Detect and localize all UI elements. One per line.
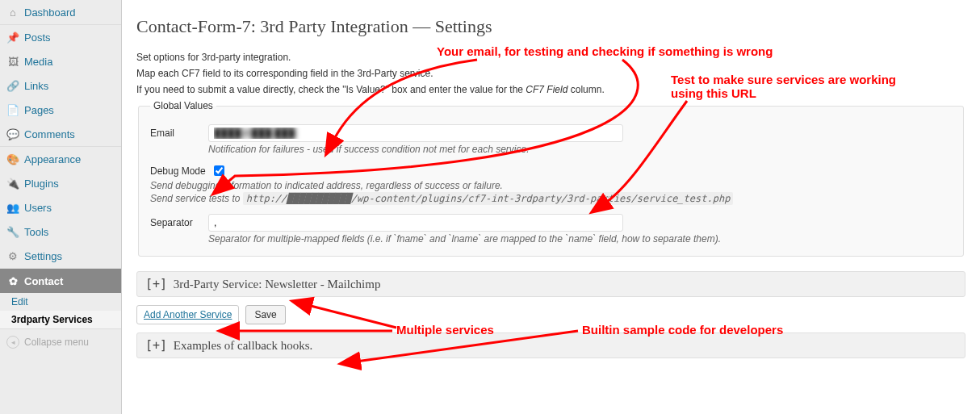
sidebar-label: Comments [24, 128, 75, 140]
email-label: Email [150, 128, 208, 139]
sidebar-label: Posts [24, 31, 51, 44]
tools-icon: 🔧 [6, 225, 19, 238]
sidebar-label: Media [24, 56, 52, 68]
separator-help: Separator for multiple-mapped fields (i.… [208, 233, 952, 245]
sidebar-item-appearance[interactable]: 🎨 Appearance [0, 147, 121, 171]
intro-line-1: Set options for 3rd-party integration. [136, 52, 965, 63]
expand-icon: [+] [145, 277, 167, 291]
examples-bar-title: Examples of callback hooks. [174, 339, 312, 352]
service-bar-title: 3rd-Party Service: Newsletter - Mailchim… [174, 278, 381, 291]
page-icon: 📄 [6, 103, 19, 116]
examples-bar[interactable]: [+] Examples of callback hooks. [136, 332, 965, 358]
home-icon: ⌂ [6, 6, 19, 19]
intro-line-3: If you need to submit a value directly, … [136, 84, 965, 95]
sidebar-label: Appearance [24, 153, 81, 165]
global-values-legend: Global Values [150, 100, 216, 111]
debug-checkbox[interactable] [214, 165, 224, 176]
sidebar-label: Dashboard [24, 6, 76, 19]
sidebar-label: Contact [24, 275, 63, 287]
sidebar-item-media[interactable]: 🖼 Media [0, 49, 121, 73]
pin-icon: 📌 [6, 31, 19, 44]
collapse-menu[interactable]: ◂ Collapse menu [0, 328, 121, 355]
comment-icon: 💬 [6, 128, 19, 140]
link-icon: 🔗 [6, 79, 19, 92]
admin-sidebar: ⌂ Dashboard 📌 Posts 🖼 Media 🔗 Links 📄 Pa… [0, 0, 122, 414]
global-values-fieldset: Global Values Email Notification for fai… [138, 100, 964, 257]
debug-help-1: Send debugging information to indicated … [150, 180, 952, 191]
sidebar-item-links[interactable]: 🔗 Links [0, 73, 121, 98]
sidebar-item-contact[interactable]: ✿ Contact [0, 269, 121, 293]
debug-label: Debug Mode [150, 165, 206, 177]
sidebar-item-users[interactable]: 👥 Users [0, 195, 121, 220]
sidebar-sub-edit[interactable]: Edit [0, 293, 121, 311]
appearance-icon: 🎨 [6, 153, 19, 165]
save-button[interactable]: Save [245, 305, 285, 324]
sidebar-item-dashboard[interactable]: ⌂ Dashboard [0, 0, 121, 24]
expand-icon: [+] [145, 338, 167, 353]
sidebar-item-settings[interactable]: ⚙ Settings [0, 244, 121, 268]
sidebar-item-pages[interactable]: 📄 Pages [0, 98, 121, 122]
email-input[interactable] [208, 124, 623, 142]
sidebar-label: Tools [24, 226, 48, 238]
separator-input[interactable] [208, 214, 623, 232]
media-icon: 🖼 [6, 55, 19, 68]
users-icon: 👥 [6, 201, 19, 214]
intro-line-2: Map each CF7 field to its corresponding … [136, 68, 965, 79]
sidebar-sub-3rdparty[interactable]: 3rdparty Services [0, 311, 121, 328]
debug-help-2: Send service tests to http://███████████… [150, 193, 952, 204]
sidebar-label: Settings [24, 250, 62, 262]
gear-icon: ✿ [6, 274, 19, 287]
plugin-icon: 🔌 [6, 177, 19, 190]
collapse-label: Collapse menu [24, 337, 89, 348]
settings-icon: ⚙ [6, 249, 19, 262]
sidebar-label: Plugins [24, 178, 59, 190]
email-help: Notification for failures - used if succ… [208, 144, 952, 155]
sidebar-item-tools[interactable]: 🔧 Tools [0, 220, 121, 244]
add-service-button[interactable]: Add Another Service [136, 305, 239, 324]
service-bar-mailchimp[interactable]: [+] 3rd-Party Service: Newsletter - Mail… [136, 271, 965, 297]
sidebar-label: Pages [24, 104, 54, 116]
page-title: Contact-Form-7: 3rd Party Integration — … [136, 16, 965, 37]
collapse-icon: ◂ [6, 336, 19, 349]
service-test-url: http://███████████/wp-content/plugins/cf… [243, 192, 734, 205]
separator-label: Separator [150, 217, 208, 228]
sidebar-item-plugins[interactable]: 🔌 Plugins [0, 171, 121, 195]
sidebar-label: Links [24, 80, 48, 92]
main-content: Contact-Form-7: 3rd Party Integration — … [122, 0, 980, 414]
sidebar-label: Users [24, 202, 52, 214]
sidebar-item-posts[interactable]: 📌 Posts [0, 25, 121, 49]
sidebar-item-comments[interactable]: 💬 Comments [0, 122, 121, 146]
